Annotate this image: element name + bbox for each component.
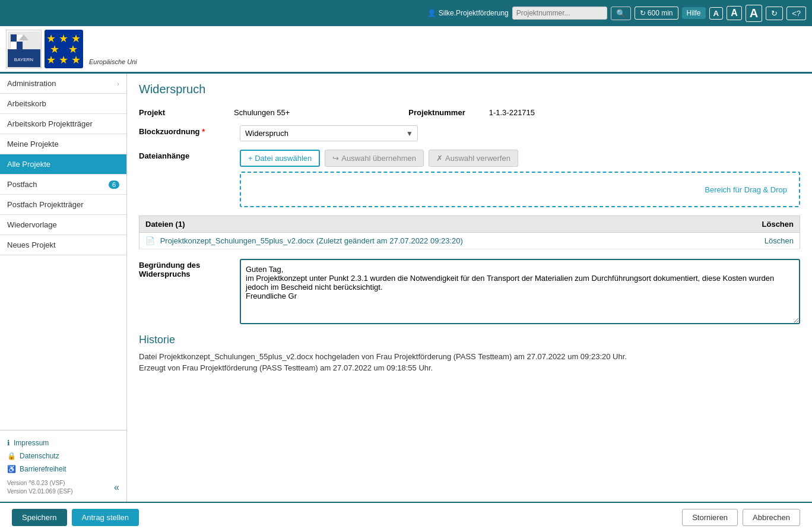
postfach-badge: 6 <box>109 180 119 189</box>
refresh-small-icon: ↻ <box>640 9 646 17</box>
historie-entry-0: Datei Projektkonzept_Schulungen_55plus_v… <box>139 352 800 361</box>
sidebar-label-postfach: Postfach <box>7 180 37 189</box>
version-info: Version ^8.0.23 (VSF) Version V2.01.069 … <box>7 476 119 496</box>
bottom-bar-right: Stornieren Abbrechen <box>682 509 800 526</box>
accessibility-icon: ♿ <box>7 465 16 473</box>
blockzuordnung-label: Blockzuordnung * <box>139 125 234 136</box>
auswahl-uebernehmen-button: ↪ Auswahl übernehmen <box>325 150 424 167</box>
files-table: Dateien (1) Löschen 📄 Projektkonzept_Sch… <box>139 216 800 249</box>
top-header: 👤 Silke.Projektförderung 🔍 ↻ 600 min Hil… <box>0 0 812 26</box>
drag-drop-area[interactable]: Bereich für Drag & Drop <box>240 172 800 207</box>
bavaria-logo: BAYERN <box>6 30 42 68</box>
sidebar-item-arbeitskorb[interactable]: Arbeitskorb <box>0 94 126 114</box>
search-button[interactable]: 🔍 <box>611 7 631 20</box>
projektnummer-field: Projektnummer <box>408 108 465 117</box>
timer-button[interactable]: ↻ 600 min <box>635 7 678 20</box>
sidebar-item-neues-projekt[interactable]: Neues Projekt <box>0 235 126 255</box>
barrierefreiheit-link[interactable]: ♿ Barrierefreiheit <box>7 463 119 476</box>
antrag-stellen-button[interactable]: Antrag stellen <box>72 509 139 526</box>
datei-auswaehlen-button[interactable]: + Datei auswählen <box>240 150 320 167</box>
sidebar-item-administration[interactable]: Administration › <box>0 74 126 94</box>
logo-bar: BAYERN ★ ★ ★★ ★★ ★ ★ Europäische Uni <box>0 26 812 74</box>
projektnummer-label: Projektnummer <box>408 108 465 117</box>
table-row: 📄 Projektkonzept_Schulungen_55plus_v2.do… <box>139 233 800 249</box>
sidebar-label-alle-projekte: Alle Projekte <box>7 160 50 169</box>
discard-icon: ✗ <box>436 154 443 163</box>
blockzuordnung-select[interactable]: Widerspruch <box>240 125 418 141</box>
historie-title: Historie <box>139 334 800 346</box>
font-small-button[interactable]: A <box>709 7 724 20</box>
sidebar-item-wiedervorlage[interactable]: Wiedervorlage <box>0 215 126 235</box>
sidebar-item-alle-projekte[interactable]: Alle Projekte <box>0 154 126 175</box>
sidebar-label-postfach-pt: Postfach Projektträger <box>7 200 84 209</box>
projekt-label: Projekt <box>139 108 234 117</box>
eu-logo: ★ ★ ★★ ★★ ★ ★ <box>45 30 83 68</box>
delete-cell: Löschen <box>722 233 800 249</box>
content-area: Widerspruch Projekt Schulungen 55+ Proje… <box>127 74 812 502</box>
hilfe-button[interactable]: Hilfe <box>682 7 706 19</box>
sidebar-label-wiedervorlage: Wiedervorlage <box>7 220 57 229</box>
search-input[interactable] <box>512 7 607 20</box>
main-layout: Administration › Arbeitskorb Arbeitskorb… <box>0 74 812 502</box>
user-info: 👤 Silke.Projektförderung <box>427 9 509 17</box>
sidebar-label-administration: Administration <box>7 79 56 88</box>
dateianhaenge-label: Dateianhänge <box>139 150 234 160</box>
code-button[interactable]: <? <box>786 7 806 20</box>
sidebar: Administration › Arbeitskorb Arbeitskorb… <box>0 74 127 502</box>
projektnummer-value-field: 1-1.3-221715 <box>489 108 535 117</box>
username-label: Silke.Projektförderung <box>439 9 509 17</box>
svg-rect-4 <box>11 42 17 49</box>
logos: BAYERN ★ ★ ★★ ★★ ★ ★ Europäische Uni <box>6 30 137 68</box>
blockzuordnung-row: Blockzuordnung * Widerspruch ▼ <box>139 125 800 141</box>
shield-icon: 🔒 <box>7 452 16 460</box>
loeschen-col-header: Löschen <box>722 216 800 233</box>
projekt-value-field: Schulungen 55+ <box>234 108 290 117</box>
eu-logo-text: Europäische Uni <box>89 58 137 68</box>
sidebar-collapse-button[interactable]: « <box>114 482 119 493</box>
sidebar-item-arbeitskorb-projekttraeger[interactable]: Arbeitskorb Projektträger <box>0 114 126 134</box>
projekt-row: Projekt Schulungen 55+ Projektnummer 1-1… <box>139 108 800 117</box>
upload-controls: + Datei auswählen ↪ Auswahl übernehmen ✗… <box>240 150 800 167</box>
file-doc-icon: 📄 <box>145 236 155 245</box>
drag-drop-text: Bereich für Drag & Drop <box>705 185 787 194</box>
sidebar-label-arbeitskorb: Arbeitskorb <box>7 99 46 108</box>
sidebar-item-meine-projekte[interactable]: Meine Projekte <box>0 134 126 154</box>
svg-text:BAYERN: BAYERN <box>14 57 33 62</box>
stornieren-button[interactable]: Stornieren <box>682 509 738 526</box>
font-large-button[interactable]: A <box>746 5 762 22</box>
begruendung-textarea[interactable]: Guten Tag, im Projektkonzept unter Punkt… <box>240 259 800 324</box>
abbrechen-button[interactable]: Abbrechen <box>743 509 800 526</box>
info-icon: ℹ <box>7 439 10 447</box>
historie-entry-1: Erzeugt von Frau Projektförderung (PASS … <box>139 363 800 372</box>
historie-section: Historie Datei Projektkonzept_Schulungen… <box>139 334 800 372</box>
refresh-button[interactable]: ↻ <box>766 7 783 20</box>
begruendung-label: Begründung des Widerspruchs <box>139 259 234 278</box>
sidebar-nav: Administration › Arbeitskorb Arbeitskorb… <box>0 74 126 430</box>
sidebar-label-meine-projekte: Meine Projekte <box>7 140 59 148</box>
delete-link[interactable]: Löschen <box>765 236 794 245</box>
upload-icon: ↪ <box>332 154 339 163</box>
file-name-cell: 📄 Projektkonzept_Schulungen_55plus_v2.do… <box>139 233 722 249</box>
projekt-value: Schulungen 55+ <box>234 108 290 117</box>
projekt-values: Schulungen 55+ Projektnummer 1-1.3-22171… <box>234 108 800 117</box>
files-table-header: Dateien (1) <box>139 216 722 233</box>
chevron-right-icon: › <box>117 80 119 87</box>
version-text: Version ^8.0.23 (VSF) Version V2.01.069 … <box>7 479 73 496</box>
impressum-link[interactable]: ℹ Impressum <box>7 436 119 449</box>
file-link[interactable]: Projektkonzept_Schulungen_55plus_v2.docx… <box>160 236 463 245</box>
dateianhaenge-content: + Datei auswählen ↪ Auswahl übernehmen ✗… <box>240 150 800 207</box>
required-star: * <box>202 127 205 136</box>
svg-rect-5 <box>17 42 23 49</box>
speichern-button[interactable]: Speichern <box>12 509 67 526</box>
datenschutz-link[interactable]: 🔒 Datenschutz <box>7 449 119 463</box>
sidebar-label-arbeitskorb-pt: Arbeitskorb Projektträger <box>7 119 93 128</box>
bottom-bar-left: Speichern Antrag stellen <box>12 509 139 526</box>
sidebar-item-postfach-pt[interactable]: Postfach Projektträger <box>0 195 126 215</box>
bottom-bar: Speichern Antrag stellen Stornieren Abbr… <box>0 502 812 532</box>
begruendung-row: Begründung des Widerspruchs Guten Tag, i… <box>139 259 800 324</box>
sidebar-item-postfach[interactable]: Postfach 6 <box>0 175 126 195</box>
auswahl-verwerfen-button: ✗ Auswahl verwerfen <box>429 150 518 167</box>
user-icon: 👤 <box>427 9 436 17</box>
svg-rect-2 <box>11 34 17 42</box>
font-med-button[interactable]: A <box>727 6 742 20</box>
